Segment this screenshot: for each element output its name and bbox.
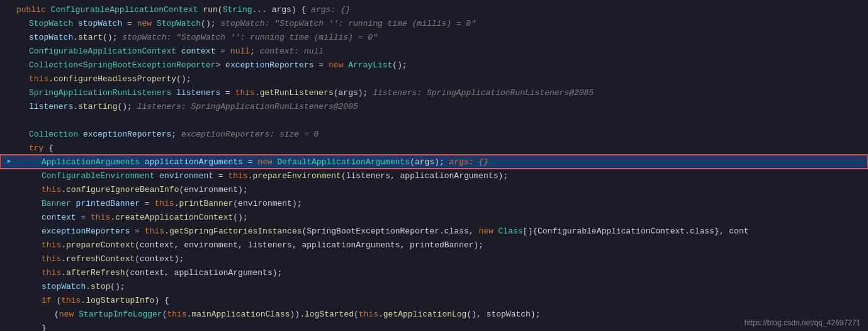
line-content: this.configureHeadlessProperty(); xyxy=(16,74,191,84)
code-token: Collection xyxy=(29,60,78,70)
code-token: (environment); xyxy=(233,199,302,208)
code-token: this xyxy=(167,310,186,319)
code-token: getRunListeners xyxy=(260,88,334,98)
code-token: (), stopWatch); xyxy=(466,310,540,319)
code-token: . xyxy=(61,254,66,264)
code-line: SpringApplicationRunListeners listeners … xyxy=(0,86,868,99)
code-token: getSpringFactoriesInstances xyxy=(169,227,302,236)
code-line: this.afterRefresh(context, applicationAr… xyxy=(0,266,868,279)
code-token: = xyxy=(122,19,137,28)
line-content: try { xyxy=(16,143,54,153)
code-token: configureHeadlessProperty xyxy=(54,74,176,84)
code-token: listeners: SpringApplicationRunListeners… xyxy=(137,102,358,111)
code-token: listeners: SpringApplicationRunListeners… xyxy=(373,88,594,98)
code-token: getApplicationLog xyxy=(383,310,467,319)
line-content: Collection<SpringBootExceptionReporter> … xyxy=(16,60,407,70)
code-line: ConfigurableEnvironment environment = th… xyxy=(0,169,868,182)
code-token: starting xyxy=(78,102,117,111)
line-content: listeners.starting(); listeners: SpringA… xyxy=(16,102,358,111)
code-token: (context, environment, listeners, applic… xyxy=(135,240,483,250)
code-token: . xyxy=(255,88,260,98)
code-token: exceptionReporters xyxy=(42,227,130,236)
code-token: try xyxy=(29,143,48,153)
code-line: this.configureIgnoreBeanInfo(environment… xyxy=(0,182,868,196)
code-token: > xyxy=(215,60,225,70)
code-token: = xyxy=(215,47,230,56)
code-line: Collection<SpringBootExceptionReporter> … xyxy=(0,58,868,72)
code-token: (); xyxy=(103,33,122,42)
code-token: configureIgnoreBeanInfo xyxy=(66,185,179,194)
code-token: start xyxy=(78,33,103,42)
code-token: stopWatch xyxy=(78,19,122,28)
code-token: SpringApplicationRunListeners xyxy=(29,88,176,98)
code-token: applicationArguments xyxy=(145,157,243,167)
code-token: = xyxy=(140,199,154,208)
code-token: this xyxy=(145,227,164,236)
code-token: . xyxy=(86,282,91,291)
code-token: run xyxy=(203,5,217,14)
code-token: (); xyxy=(233,213,247,222)
code-token: context xyxy=(42,213,76,222)
code-token: if xyxy=(42,296,56,305)
code-token: ConfigurableEnvironment xyxy=(42,171,159,181)
code-token: stopWatch xyxy=(42,282,86,291)
code-token: mainApplicationClass xyxy=(192,310,290,319)
code-token: this xyxy=(42,254,61,264)
code-line: try { xyxy=(0,141,868,155)
code-line: if (this.logStartupInfo) { xyxy=(0,293,868,307)
code-token: ArrayList xyxy=(348,60,392,70)
code-token: prepareContext xyxy=(66,240,135,250)
code-token: . xyxy=(378,310,383,319)
code-token: (args); xyxy=(410,157,449,167)
code-token: this xyxy=(359,310,378,319)
code-token: this xyxy=(42,268,61,278)
code-container: public ConfigurableApplicationContext ru… xyxy=(0,0,868,331)
line-content: this.refreshContext(context); xyxy=(16,254,184,264)
code-token: exceptionReporters xyxy=(225,60,313,70)
code-token: Collection xyxy=(29,130,83,139)
code-line: ConfigurableApplicationContext context =… xyxy=(0,44,868,58)
code-token: listeners xyxy=(29,102,73,111)
code-line: this.prepareContext(context, environment… xyxy=(0,238,868,252)
code-line: this.configureHeadlessProperty(); xyxy=(0,72,868,86)
code-token: null xyxy=(230,47,250,56)
line-content: this.prepareContext(context, environment… xyxy=(16,240,483,250)
code-token: listeners xyxy=(176,88,220,98)
code-token: createApplicationContext xyxy=(115,213,233,222)
code-token: stopWatch: "StopWatch '': running time (… xyxy=(220,19,476,28)
code-token: ; xyxy=(250,47,260,56)
code-token: = xyxy=(213,171,228,181)
code-token: (); xyxy=(176,74,191,84)
code-token: refreshContext xyxy=(66,254,135,264)
code-token: public xyxy=(16,5,51,14)
code-token: []{ConfigurableApplicationContext.class}… xyxy=(523,227,749,236)
code-token: this xyxy=(42,240,61,250)
code-token: this xyxy=(235,88,255,98)
code-line: } xyxy=(0,321,868,331)
code-token: context: null xyxy=(260,47,324,56)
code-token: Class xyxy=(499,227,523,236)
code-token: (args); xyxy=(334,88,373,98)
code-token: . xyxy=(73,102,78,111)
code-token: new xyxy=(59,310,79,319)
code-token: DefaultApplicationArguments xyxy=(277,157,410,167)
code-token: ( xyxy=(54,310,59,319)
code-token: = xyxy=(130,227,144,236)
line-content: this.afterRefresh(context, applicationAr… xyxy=(16,268,282,278)
code-token: String xyxy=(223,5,252,14)
code-token: StopWatch xyxy=(157,19,201,28)
code-token: this xyxy=(61,296,81,305)
code-token: environment xyxy=(159,171,213,181)
code-token: . xyxy=(61,268,66,278)
line-content: public ConfigurableApplicationContext ru… xyxy=(16,5,351,14)
code-token: this xyxy=(154,199,174,208)
line-content: ConfigurableEnvironment environment = th… xyxy=(16,171,508,181)
code-token: (); xyxy=(110,282,125,291)
line-content: stopWatch.start(); stopWatch: "StopWatch… xyxy=(16,33,378,42)
code-token: this xyxy=(91,213,110,222)
line-content: Collection exceptionReporters; exception… xyxy=(16,130,318,139)
code-line: (new StartupInfoLogger(this.mainApplicat… xyxy=(0,307,868,321)
code-token: . xyxy=(187,310,192,319)
code-token: { xyxy=(48,143,54,153)
code-token: = xyxy=(76,213,91,222)
